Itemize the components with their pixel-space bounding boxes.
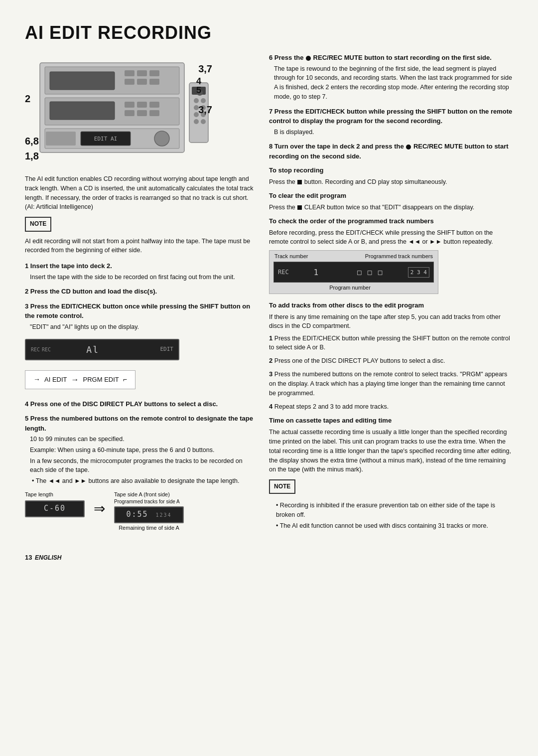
svg-rect-8 (137, 79, 147, 85)
step7-title: Press the EDIT/CHECK button while pressi… (269, 108, 512, 125)
step4-title: Press one of the DISC DIRECT PLAY button… (30, 400, 218, 408)
label-2: 2 (25, 92, 30, 106)
step5-num: 5 (25, 415, 28, 422)
tape-display-right: 0:55 1234 (114, 506, 184, 523)
check-head: To check the order of the programmed tra… (269, 217, 513, 226)
clear-detail: Press the CLEAR button twice so that "ED… (269, 203, 513, 212)
programmed-display: Track number Programmed track numbers RE… (269, 250, 438, 294)
footer: 13 ENGLISH (25, 553, 513, 563)
svg-rect-13 (137, 102, 147, 108)
programmed-track-label: Programmed track numbers (365, 253, 433, 261)
svg-point-21 (154, 131, 169, 146)
svg-rect-18 (46, 132, 76, 146)
svg-point-30 (194, 119, 199, 124)
step-6: 6 Press the REC/REC MUTE button to start… (269, 53, 513, 102)
add-tracks-step-3: 3 Press the numbered buttons on the remo… (269, 370, 513, 398)
tape-right-wrap: Tape side A (front side) Programmed trac… (114, 491, 184, 532)
add-tracks-step-4: 4 Repeat steps 2 and 3 to add more track… (269, 402, 513, 412)
step-3: 3 Press the EDIT/CHECK button once while… (25, 302, 254, 394)
note-label: NOTE (25, 217, 51, 231)
svg-rect-6 (149, 70, 159, 76)
add-tracks-intro: If there is any time remaining on the ta… (269, 312, 513, 330)
tape-length-section: Tape length C-60 ⇒ Tape side A (front si… (25, 491, 254, 532)
step1-title: Insert the tape into deck 2. (30, 262, 112, 270)
step-8: 8 Turn over the tape in deck 2 and press… (269, 142, 513, 161)
svg-rect-11 (50, 102, 115, 120)
device-diagram: EDIT AI 3,7 4 5 2 3, (25, 53, 214, 167)
stop-recording-detail: Press the button. Recording and CD play … (269, 177, 513, 186)
track-number-label: Track number (274, 253, 308, 261)
note2-bullet-1: Recording is inhibited if the erasure pr… (276, 501, 513, 519)
time-detail: The actual cassette recording time is us… (269, 428, 513, 474)
flow-arrow-start: → (33, 374, 40, 385)
step3-title: Press the EDIT/CHECK button once while p… (25, 302, 250, 320)
svg-rect-7 (125, 79, 134, 85)
svg-rect-10 (50, 72, 115, 90)
tape-length-label: Tape length (25, 491, 85, 499)
display-edit-text: EDIT (160, 345, 174, 354)
add-tracks-step-2: 2 Press one of the DISC DIRECT PLAY butt… (269, 356, 513, 366)
step5-extra2: In a few seconds, the microcomputer prog… (30, 456, 254, 475)
svg-point-31 (201, 119, 206, 124)
intro-text: The AI edit function enables CD recordin… (25, 174, 254, 212)
page-number: 13 (25, 554, 32, 561)
tape-display-left: C-60 (25, 500, 85, 517)
svg-rect-5 (137, 70, 147, 76)
step1-num: 1 (25, 262, 28, 270)
svg-rect-4 (125, 70, 134, 76)
flow-prgm-edit: PRGM EDIT (83, 375, 119, 385)
step6-title: Press the REC/REC MUTE button to start r… (274, 54, 492, 61)
step3-num: 3 (25, 302, 28, 310)
note-content: AI edit recording will not start from a … (25, 237, 254, 256)
step3-detail: "EDIT" and "AI" lights up on the display… (30, 322, 254, 332)
display-ai: REC REC Al EDIT (25, 339, 179, 360)
tape-left-wrap: Tape length C-60 (25, 491, 85, 517)
note2-bullets: Recording is inhibited if the erasure pr… (269, 501, 513, 530)
step-7: 7 Press the EDIT/CHECK button while pres… (269, 107, 513, 137)
remaining-label: Remaining time of side A (114, 524, 184, 532)
note2-bullet-2: The AI edit function cannot be used with… (276, 521, 513, 530)
flow-arrow-end: ⌐ (123, 374, 127, 385)
step-4: 4 Press one of the DISC DIRECT PLAY butt… (25, 399, 254, 409)
label-5: 5 (196, 84, 201, 97)
label-68: 6,8 (25, 134, 39, 149)
display-ai-text: Al (86, 343, 125, 356)
flow-ai-edit: AI EDIT (44, 375, 67, 385)
step2-num: 2 (25, 288, 28, 295)
step7-num: 7 (269, 108, 274, 115)
step-1: 1 Insert the tape into deck 2. Insert th… (25, 261, 254, 282)
svg-rect-9 (149, 79, 159, 85)
step6-num: 6 (269, 54, 274, 61)
clear-head: To clear the edit program (269, 191, 513, 201)
label-18: 1,8 (25, 149, 39, 163)
svg-rect-16 (137, 110, 147, 116)
step1-detail: Insert the tape with the side to be reco… (30, 273, 254, 282)
svg-rect-15 (125, 110, 134, 116)
step8-num: 8 (269, 143, 274, 150)
note2-label: NOTE (269, 479, 295, 494)
step4-num: 4 (25, 400, 28, 408)
step5-bullet: The ◄◄ and ►► buttons are also available… (32, 476, 254, 486)
display-ai-wrap: REC REC Al EDIT (25, 336, 254, 363)
add-tracks-steps: 1 Press the EDIT/CHECK button while pres… (269, 334, 513, 412)
time-head: Time on cassette tapes and editing time (269, 416, 513, 426)
svg-rect-14 (149, 102, 159, 108)
tape-arrow: ⇒ (94, 499, 105, 519)
check-detail: Before recording, press the EDIT/CHECK w… (269, 228, 513, 246)
tape-side-a-label: Tape side A (front side) Programmed trac… (114, 491, 184, 505)
step6-detail: The tape is rewound to the beginning of … (274, 64, 513, 102)
step7-detail: B is displayed. (274, 128, 513, 137)
step2-title: Press the CD button and load the disc(s)… (30, 288, 157, 295)
flow-arrow: → (71, 374, 79, 386)
label-37a: 3,7 (198, 62, 212, 76)
device-svg: EDIT AI (25, 53, 214, 167)
stop-recording-head: To stop recording (269, 166, 513, 175)
prog-display-inner: REC 1 □ □ □ 2 3 4 (273, 262, 434, 283)
page-title: AI EDIT RECORDING (25, 20, 513, 46)
step5-extra: Example: When using a 60-minute tape, pr… (30, 446, 254, 455)
svg-text:EDIT  AI: EDIT AI (94, 136, 117, 142)
step-5: 5 Press the numbered buttons on the remo… (25, 414, 254, 486)
step5-title: Press the numbered buttons on the remote… (25, 415, 253, 432)
step-2: 2 Press the CD button and load the disc(… (25, 287, 254, 297)
add-tracks-step-1: 1 Press the EDIT/CHECK button while pres… (269, 334, 513, 353)
